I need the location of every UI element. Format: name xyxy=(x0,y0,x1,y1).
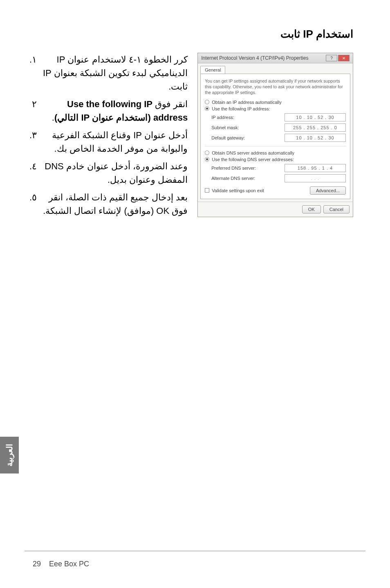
cancel-button[interactable]: Cancel xyxy=(323,205,350,213)
field-alt-dns: Alternate DNS server: . . . xyxy=(211,174,346,182)
checkbox-icon xyxy=(205,188,209,193)
step-num: ١. xyxy=(20,53,37,93)
step-prefix: انقر فوق xyxy=(152,99,188,109)
radio-use-dns[interactable]: Use the following DNS server addresses: xyxy=(205,157,346,162)
step-body: أدخل عنوان IP وقناع الشبكة الفرعية والبو… xyxy=(37,128,188,155)
gateway-input[interactable]: 10 . 10 . 52 . 30 xyxy=(285,134,346,142)
step-1: ١. كرر الخطوة ١-٤ لاستخدام عنوان IP الدي… xyxy=(20,53,188,93)
step-body: بعد إدخال جميع القيم ذات الصلة، انقر فوق… xyxy=(37,191,188,218)
steps-column: ١. كرر الخطوة ١-٤ لاستخدام عنوان IP الدي… xyxy=(20,53,188,222)
step-4: ٤. وعند الضرورة، أدخل عنوان خادم DNS الم… xyxy=(20,159,188,186)
field-gateway: Default gateway: 10 . 10 . 52 . 30 xyxy=(211,134,346,142)
dialog-titlebar: Internet Protocol Version 4 (TCP/IPv4) P… xyxy=(198,53,353,63)
tab-strip: General xyxy=(198,63,353,74)
help-button[interactable]: ? xyxy=(326,55,337,61)
field-label: IP address: xyxy=(211,115,234,120)
advanced-button[interactable]: Advanced... xyxy=(310,186,346,195)
step-body: انقر فوق Use the following IP address (ا… xyxy=(37,97,188,124)
step-5: ٥. بعد إدخال جميع القيم ذات الصلة، انقر … xyxy=(20,191,188,218)
radio-label: Use the following IP address: xyxy=(212,106,270,111)
section-heading: استخدام IP ثابت xyxy=(20,28,353,40)
titlebar-buttons: ? ✕ xyxy=(326,55,350,61)
help-text: You can get IP settings assigned automat… xyxy=(205,78,346,96)
step-2: ٢ انقر فوق Use the following IP address … xyxy=(20,97,188,124)
separator xyxy=(205,146,346,146)
advanced-row: Validate settings upon exit Advanced... xyxy=(205,186,346,195)
radio-icon xyxy=(205,106,209,111)
dialog-column: Internet Protocol Version 4 (TCP/IPv4) P… xyxy=(197,53,353,217)
field-ip: IP address: 10 . 10 . 52 . 30 xyxy=(211,113,346,121)
radio-auto-dns[interactable]: Obtain DNS server address automatically xyxy=(205,150,346,155)
dialog-title-text: Internet Protocol Version 4 (TCP/IPv4) P… xyxy=(201,55,308,61)
ok-button[interactable]: OK xyxy=(302,205,321,213)
field-label: Preferred DNS server: xyxy=(211,166,256,171)
field-label: Default gateway: xyxy=(211,135,245,140)
alt-dns-input[interactable]: . . . xyxy=(285,174,346,182)
page-number: 29 xyxy=(33,560,41,568)
page-footer: 29 Eee Box PC xyxy=(33,560,89,568)
ipv4-properties-dialog: Internet Protocol Version 4 (TCP/IPv4) P… xyxy=(197,53,353,217)
step-body: كرر الخطوة ١-٤ لاستخدام عنوان IP الدينام… xyxy=(37,53,188,93)
step-num: ٥. xyxy=(20,191,37,218)
field-label: Subnet mask: xyxy=(211,125,239,130)
close-button[interactable]: ✕ xyxy=(338,55,350,61)
content-row: ١. كرر الخطوة ١-٤ لاستخدام عنوان IP الدي… xyxy=(20,53,353,222)
field-pref-dns: Preferred DNS server: 158 . 95 . 1 . 4 xyxy=(211,164,346,172)
tab-general[interactable]: General xyxy=(200,66,225,74)
radio-label: Obtain DNS server address automatically xyxy=(212,150,294,155)
radio-auto-ip[interactable]: Obtain an IP address automatically xyxy=(205,100,346,105)
radio-use-ip[interactable]: Use the following IP address: xyxy=(205,106,346,111)
radio-label: Obtain an IP address automatically xyxy=(212,100,281,105)
step-num: ٤. xyxy=(20,159,37,186)
radio-icon xyxy=(205,150,209,155)
step-num: ٣. xyxy=(20,128,37,155)
mask-input[interactable]: 255 . 255 . 255 . 0 xyxy=(285,123,346,132)
radio-label: Use the following DNS server addresses: xyxy=(212,157,294,162)
field-mask: Subnet mask: 255 . 255 . 255 . 0 xyxy=(211,123,346,132)
step-3: ٣. أدخل عنوان IP وقناع الشبكة الفرعية وا… xyxy=(20,128,188,155)
dialog-footer: OK Cancel xyxy=(198,202,353,217)
radio-icon xyxy=(205,100,209,104)
step-body: وعند الضرورة، أدخل عنوان خادم DNS المفضل… xyxy=(37,159,188,186)
footer-rule xyxy=(25,551,365,551)
footer-title: Eee Box PC xyxy=(49,560,89,568)
validate-checkbox[interactable]: Validate settings upon exit xyxy=(205,188,264,193)
language-side-tab: العربية xyxy=(0,437,19,474)
field-label: Alternate DNS server: xyxy=(211,176,255,181)
radio-icon xyxy=(205,157,209,162)
step-num: ٢ xyxy=(20,97,37,124)
tab-panel: You can get IP settings assigned automat… xyxy=(200,74,350,199)
language-label: العربية xyxy=(4,444,14,467)
ip-input[interactable]: 10 . 10 . 52 . 30 xyxy=(285,113,346,121)
pref-dns-input[interactable]: 158 . 95 . 1 . 4 xyxy=(285,164,346,172)
checkbox-label: Validate settings upon exit xyxy=(212,188,264,193)
